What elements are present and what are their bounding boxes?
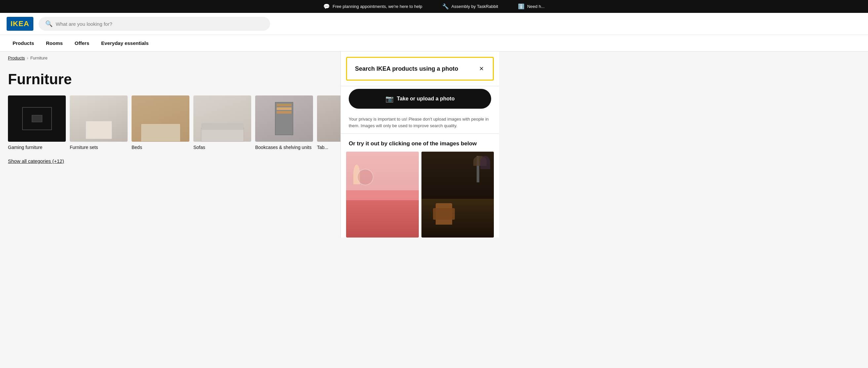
wrench-icon: 🔧 (442, 3, 449, 9)
nav-item-offers[interactable]: Offers (69, 35, 95, 51)
sample-image-dark-living[interactable] (422, 152, 494, 237)
left-content: Products › Furniture Furniture Gaming fu… (0, 52, 340, 237)
take-upload-photo-button[interactable]: 📷 Take or upload a photo (349, 89, 491, 109)
category-item-sofas[interactable]: Sofas (193, 96, 251, 150)
try-images-title: Or try it out by clicking one of the ima… (341, 134, 499, 152)
show-all-label: Show all categories (8, 158, 51, 164)
chat-icon: 💬 (323, 3, 330, 9)
category-label-sofas: Sofas (193, 144, 251, 150)
show-all-count: (+12) (52, 158, 64, 164)
main-nav: Products Rooms Offers Everyday essential… (0, 35, 868, 52)
search-bar[interactable]: 🔍 (39, 17, 270, 31)
nav-item-rooms[interactable]: Rooms (40, 35, 69, 51)
category-thumb-sofas (193, 96, 251, 142)
category-item-bookcases[interactable]: Bookcases & shelving units (255, 96, 313, 150)
breadcrumb: Products › Furniture (0, 52, 340, 64)
banner-text-help: Need h... (527, 4, 545, 9)
sample-image-bedroom[interactable] (346, 152, 419, 237)
info-icon: ℹ️ (518, 3, 525, 9)
photo-panel-close-button[interactable]: × (478, 64, 485, 73)
breadcrumb-products[interactable]: Products (8, 56, 25, 61)
page-title: Furniture (0, 64, 340, 96)
nav-item-everyday[interactable]: Everyday essentials (95, 35, 154, 51)
category-thumb-furniture-sets (70, 96, 128, 142)
category-thumb-beds (131, 96, 189, 142)
privacy-text: Your privacy is important to us! Please … (341, 111, 499, 133)
banner-item-assembly: 🔧 Assembly by TaskRabbit (442, 3, 498, 9)
banner-text-planning: Free planning appointments, we're here t… (333, 4, 422, 9)
divider-1 (341, 86, 499, 86)
banner-item-help: ℹ️ Need h... (518, 3, 545, 9)
photo-search-panel: Search IKEA products using a photo × 📷 T… (340, 52, 499, 237)
upload-btn-label: Take or upload a photo (397, 96, 455, 102)
category-grid: Gaming furniture Furniture sets Beds (0, 96, 340, 150)
category-item-gaming[interactable]: Gaming furniture (8, 96, 66, 150)
banner-text-assembly: Assembly by TaskRabbit (452, 4, 498, 9)
photo-panel-title: Search IKEA products using a photo (355, 65, 458, 72)
top-banner: 💬 Free planning appointments, we're here… (0, 0, 868, 13)
nav-item-products[interactable]: Products (7, 35, 40, 51)
breadcrumb-separator: › (27, 56, 28, 61)
show-all-categories[interactable]: Show all categories (+12) (0, 150, 340, 164)
banner-item-planning: 💬 Free planning appointments, we're here… (323, 3, 422, 9)
category-label-beds: Beds (131, 144, 189, 150)
sample-images (341, 152, 499, 237)
search-input[interactable] (56, 21, 264, 27)
category-item-furniture-sets[interactable]: Furniture sets (70, 96, 128, 150)
camera-icon: 📷 (385, 95, 394, 103)
category-label-bookcases: Bookcases & shelving units (255, 144, 313, 150)
category-label-furniture-sets: Furniture sets (70, 144, 128, 150)
category-label-tables: Tab... (317, 144, 340, 150)
photo-panel-header: Search IKEA products using a photo × (346, 57, 494, 80)
category-item-beds[interactable]: Beds (131, 96, 189, 150)
category-thumb-bookcases (255, 96, 313, 142)
search-icon: 🔍 (45, 20, 53, 27)
category-thumb-tables (317, 96, 340, 142)
ikea-logo: IKEA (7, 17, 33, 31)
category-label-gaming: Gaming furniture (8, 144, 66, 150)
header: IKEA 🔍 (0, 13, 868, 35)
category-thumb-gaming (8, 96, 66, 142)
breadcrumb-furniture: Furniture (30, 56, 48, 61)
category-item-tables[interactable]: Tab... (317, 96, 340, 150)
main-layout: Products › Furniture Furniture Gaming fu… (0, 52, 868, 237)
